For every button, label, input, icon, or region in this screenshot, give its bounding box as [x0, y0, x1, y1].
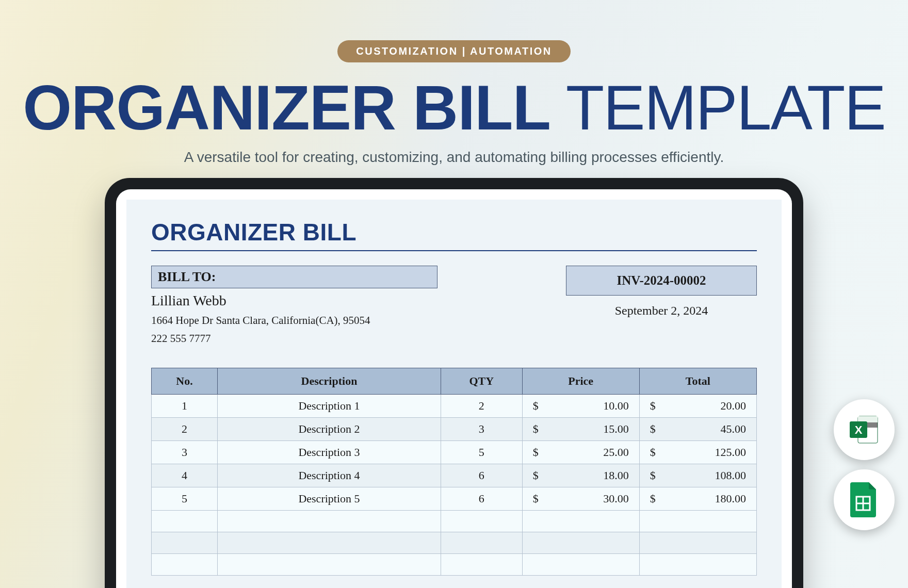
excel-icon: X [848, 413, 881, 446]
cell-total: $108.00 [639, 464, 756, 487]
cell-qty: 2 [441, 395, 522, 418]
cell-qty: 3 [441, 418, 522, 441]
bill-to-label: BILL TO: [151, 266, 437, 288]
table-row-empty [152, 554, 757, 576]
cell-price: $30.00 [522, 487, 639, 511]
cell-total: $180.00 [639, 487, 756, 511]
cell-description: Description 3 [218, 441, 441, 464]
cell-description: Description 2 [218, 418, 441, 441]
cell-no: 5 [152, 487, 218, 511]
table-row-empty [152, 511, 757, 532]
page-header: CUSTOMIZATION | AUTOMATION ORGANIZER BIL… [0, 0, 908, 166]
page-title: ORGANIZER BILL TEMPLATE [0, 72, 908, 144]
col-header-qty: QTY [441, 368, 522, 395]
col-header-price: Price [522, 368, 639, 395]
bill-to-section: BILL TO: Lillian Webb 1664 Hope Dr Santa… [151, 266, 437, 345]
cell-total: $20.00 [639, 395, 756, 418]
invoice-meta-row: BILL TO: Lillian Webb 1664 Hope Dr Santa… [151, 266, 757, 345]
cell-total: $125.00 [639, 441, 756, 464]
col-header-no: No. [152, 368, 218, 395]
cell-no: 2 [152, 418, 218, 441]
cell-description: Description 5 [218, 487, 441, 511]
cell-no: 3 [152, 441, 218, 464]
table-row: 1Description 12$10.00$20.00 [152, 395, 757, 418]
download-buttons: X [834, 399, 895, 530]
download-sheets-button[interactable] [834, 469, 895, 530]
sheets-icon [849, 481, 879, 518]
customer-phone: 222 555 7777 [151, 332, 437, 345]
cell-total: $45.00 [639, 418, 756, 441]
col-header-description: Description [218, 368, 441, 395]
page-subtitle: A versatile tool for creating, customizi… [0, 149, 908, 166]
table-row: 3Description 35$25.00$125.00 [152, 441, 757, 464]
cell-no: 1 [152, 395, 218, 418]
category-pill: CUSTOMIZATION | AUTOMATION [337, 40, 570, 62]
cell-description: Description 4 [218, 464, 441, 487]
invoice-info-section: INV-2024-00002 September 2, 2024 [566, 266, 757, 318]
title-bold-part: ORGANIZER BILL [23, 73, 550, 143]
table-row: 5Description 56$30.00$180.00 [152, 487, 757, 511]
cell-description: Description 1 [218, 395, 441, 418]
cell-price: $15.00 [522, 418, 639, 441]
customer-address: 1664 Hope Dr Santa Clara, California(CA)… [151, 314, 437, 327]
line-items-table: No. Description QTY Price Total 1Descrip… [151, 368, 757, 576]
invoice-date: September 2, 2024 [566, 304, 757, 318]
cell-qty: 6 [441, 487, 522, 511]
tablet-frame: ORGANIZER BILL BILL TO: Lillian Webb 166… [105, 178, 803, 588]
cell-price: $18.00 [522, 464, 639, 487]
download-excel-button[interactable]: X [834, 399, 895, 460]
title-light-part: TEMPLATE [550, 73, 885, 143]
table-row-empty [152, 532, 757, 554]
customer-name: Lillian Webb [151, 292, 437, 309]
table-row: 2Description 23$15.00$45.00 [152, 418, 757, 441]
cell-price: $10.00 [522, 395, 639, 418]
table-row: 4Description 46$18.00$108.00 [152, 464, 757, 487]
cell-no: 4 [152, 464, 218, 487]
cell-qty: 6 [441, 464, 522, 487]
document-title: ORGANIZER BILL [151, 218, 757, 251]
invoice-document: ORGANIZER BILL BILL TO: Lillian Webb 166… [126, 200, 782, 588]
svg-text:X: X [855, 423, 863, 436]
col-header-total: Total [639, 368, 756, 395]
table-body: 1Description 12$10.00$20.002Description … [152, 395, 757, 576]
tablet-screen: ORGANIZER BILL BILL TO: Lillian Webb 166… [116, 189, 792, 588]
cell-price: $25.00 [522, 441, 639, 464]
cell-qty: 5 [441, 441, 522, 464]
invoice-number: INV-2024-00002 [566, 266, 757, 296]
table-header-row: No. Description QTY Price Total [152, 368, 757, 395]
